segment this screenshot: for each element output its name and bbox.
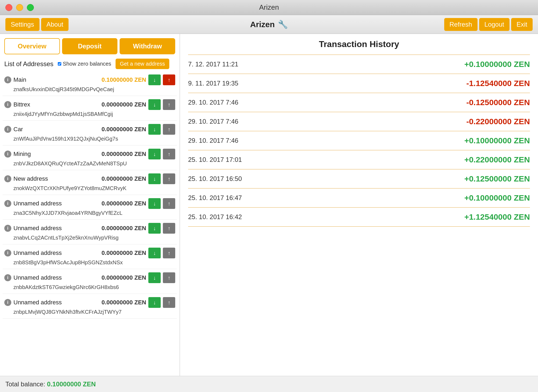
- tx-amount: -0.22000000 ZEN: [466, 117, 530, 126]
- deposit-btn[interactable]: ↓: [148, 272, 161, 283]
- tab-deposit[interactable]: Deposit: [62, 38, 118, 54]
- menu-left: Settings About: [5, 18, 69, 31]
- address-row: iCar0.00000000 ZEN↓↑: [4, 124, 175, 135]
- address-item: iBittrex0.00000000 ZEN↓↑zniix4jdJYyMfYnG…: [3, 96, 177, 121]
- address-string: znbbAKdztkST67GwziekgGNrc6KrGH8xbs6: [4, 284, 175, 290]
- address-item: iUnnamed address0.00000000 ZEN↓↑znbbAKdz…: [3, 269, 177, 294]
- tx-amount: +0.22000000 ZEN: [464, 155, 530, 164]
- withdraw-btn[interactable]: ↑: [163, 248, 175, 258]
- deposit-btn[interactable]: ↓: [148, 173, 161, 184]
- tab-buttons: Overview Deposit Withdraw: [0, 34, 180, 54]
- address-row: iMain0.10000000 ZEN↓↑: [4, 74, 175, 85]
- deposit-btn[interactable]: ↓: [148, 149, 161, 159]
- info-icon[interactable]: i: [4, 200, 11, 207]
- address-string: zna3C5NhyXJJD7XRvjaoa4YRNBgyVYfEZcL: [4, 210, 175, 216]
- info-icon[interactable]: i: [4, 151, 11, 158]
- withdraw-btn[interactable]: ↑: [163, 99, 175, 110]
- withdraw-btn[interactable]: ↑: [163, 149, 175, 159]
- settings-button[interactable]: Settings: [5, 18, 40, 31]
- tx-date: 9. 11. 2017 19:35: [188, 80, 238, 87]
- show-zero-label[interactable]: Show zero balances: [58, 61, 111, 67]
- tx-item: 29. 10. 2017 7:46+0.10000000 ZEN: [188, 131, 530, 150]
- right-panel: Transaction History 7. 12. 2017 11:21+0.…: [180, 34, 538, 376]
- address-name-label: Unnamed address: [13, 250, 62, 256]
- tx-amount: +1.12540000 ZEN: [464, 212, 530, 222]
- address-item: iMining0.00000000 ZEN↓↑znbVJkzD8AXQRuQYc…: [3, 145, 177, 170]
- refresh-button[interactable]: Refresh: [444, 18, 478, 31]
- minimize-button[interactable]: [16, 4, 23, 11]
- address-name-area: iUnnamed address: [4, 250, 62, 256]
- info-icon[interactable]: i: [4, 175, 11, 182]
- info-icon[interactable]: i: [4, 126, 11, 133]
- withdraw-btn[interactable]: ↑: [163, 272, 175, 283]
- withdraw-btn[interactable]: ↑: [163, 198, 175, 209]
- address-balance-value: 0.00000000 ZEN: [102, 225, 146, 232]
- tx-item: 25. 10. 2017 16:42+1.12540000 ZEN: [188, 208, 530, 227]
- tx-amount: -0.12500000 ZEN: [466, 98, 530, 107]
- withdraw-btn[interactable]: ↑: [163, 74, 175, 85]
- address-item: iUnnamed address0.00000000 ZEN↓↑znb8StBg…: [3, 244, 177, 269]
- address-name-area: iCar: [4, 126, 23, 133]
- info-icon[interactable]: i: [4, 299, 11, 306]
- info-icon[interactable]: i: [4, 250, 11, 256]
- address-balance-area: 0.00000000 ZEN↓↑: [102, 272, 175, 283]
- tab-overview[interactable]: Overview: [4, 38, 60, 54]
- address-item: iUnnamed address0.00000000 ZEN↓↑zna3C5Nh…: [3, 195, 177, 220]
- address-string: znWfAuJiPdVrw159h1X912QJxjNuQeiGg7s: [4, 136, 175, 142]
- list-header: List of Addresses Show zero balances Get…: [0, 54, 180, 71]
- tx-date: 29. 10. 2017 7:46: [188, 118, 238, 125]
- address-name-area: iUnnamed address: [4, 274, 62, 281]
- deposit-btn[interactable]: ↓: [148, 99, 161, 110]
- address-balance-area: 0.00000000 ZEN↓↑: [102, 173, 175, 184]
- list-title: List of Addresses: [4, 60, 53, 68]
- tx-item: 25. 10. 2017 16:50+0.12500000 ZEN: [188, 169, 530, 188]
- tab-withdraw[interactable]: Withdraw: [120, 38, 175, 54]
- address-balance-value: 0.00000000 ZEN: [102, 151, 146, 158]
- logout-button[interactable]: Logout: [479, 18, 510, 31]
- address-name-area: iUnnamed address: [4, 299, 62, 306]
- withdraw-btn[interactable]: ↑: [163, 124, 175, 135]
- menu-right: Refresh Logout Exit: [444, 18, 533, 31]
- tx-date: 7. 12. 2017 11:21: [188, 60, 238, 68]
- info-icon[interactable]: i: [4, 274, 11, 281]
- withdraw-btn[interactable]: ↑: [163, 223, 175, 234]
- deposit-btn[interactable]: ↓: [148, 198, 161, 209]
- deposit-btn[interactable]: ↓: [148, 248, 161, 258]
- tx-amount: +0.10000000 ZEN: [464, 193, 530, 202]
- exit-button[interactable]: Exit: [511, 18, 533, 31]
- close-button[interactable]: [5, 4, 12, 11]
- footer-label: Total balance:: [5, 380, 45, 388]
- tx-item: 25. 10. 2017 17:01+0.22000000 ZEN: [188, 150, 530, 169]
- address-row: iUnnamed address0.00000000 ZEN↓↑: [4, 198, 175, 209]
- maximize-button[interactable]: [27, 4, 34, 11]
- info-icon[interactable]: i: [4, 76, 11, 83]
- deposit-btn[interactable]: ↓: [148, 124, 161, 135]
- address-item: iNew address0.00000000 ZEN↓↑znokWzQXTCrX…: [3, 170, 177, 195]
- new-address-button[interactable]: Get a new address: [116, 59, 169, 69]
- address-string: znokWzQXTCrXKhPUfye9YZYot8muZMCRvyK: [4, 185, 175, 191]
- address-row: iUnnamed address0.00000000 ZEN↓↑: [4, 223, 175, 234]
- address-balance-area: 0.00000000 ZEN↓↑: [102, 223, 175, 234]
- app-title: Arizen: [250, 20, 275, 29]
- address-name-label: Main: [13, 76, 26, 83]
- about-button[interactable]: About: [41, 18, 69, 31]
- show-zero-checkbox[interactable]: [58, 62, 61, 66]
- address-item: iUnnamed address0.00000000 ZEN↓↑znabvLCq…: [3, 220, 177, 244]
- tx-item: 7. 12. 2017 11:21+0.10000000 ZEN: [188, 55, 530, 74]
- tx-item: 29. 10. 2017 7:46-0.22000000 ZEN: [188, 112, 530, 131]
- info-icon[interactable]: i: [4, 225, 11, 232]
- withdraw-btn[interactable]: ↑: [163, 173, 175, 184]
- address-row: iNew address0.00000000 ZEN↓↑: [4, 173, 175, 184]
- tx-date: 25. 10. 2017 17:01: [188, 156, 242, 163]
- deposit-btn[interactable]: ↓: [148, 74, 161, 85]
- tx-date: 29. 10. 2017 7:46: [188, 99, 238, 106]
- address-name-label: Bittrex: [13, 101, 30, 108]
- address-name-label: New address: [13, 175, 48, 182]
- withdraw-btn[interactable]: ↑: [163, 297, 175, 308]
- address-balance-value: 0.00000000 ZEN: [102, 200, 146, 207]
- address-balance-area: 0.00000000 ZEN↓↑: [102, 99, 175, 110]
- deposit-btn[interactable]: ↓: [148, 297, 161, 308]
- info-icon[interactable]: i: [4, 101, 11, 108]
- address-item: iUnnamed address0.00000000 ZEN↓↑znbpLMvj…: [3, 294, 177, 319]
- deposit-btn[interactable]: ↓: [148, 223, 161, 234]
